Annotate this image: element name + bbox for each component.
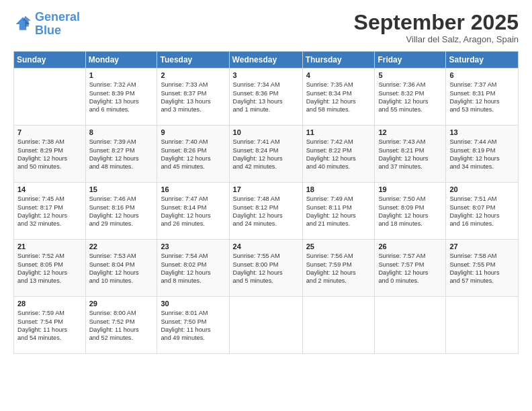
day-number: 14 xyxy=(17,185,82,193)
calendar-header-row: SundayMondayTuesdayWednesdayThursdayFrid… xyxy=(14,52,519,68)
day-number: 12 xyxy=(378,128,442,136)
calendar-cell: 15Sunrise: 7:46 AM Sunset: 8:16 PM Dayli… xyxy=(85,183,157,240)
logo-text: General Blue xyxy=(35,11,80,38)
calendar-week-row: 14Sunrise: 7:45 AM Sunset: 8:17 PM Dayli… xyxy=(14,183,519,240)
logo-line1: General xyxy=(35,10,80,24)
calendar-cell: 13Sunrise: 7:44 AM Sunset: 8:19 PM Dayli… xyxy=(446,126,519,183)
calendar-cell: 8Sunrise: 7:39 AM Sunset: 8:27 PM Daylig… xyxy=(85,126,157,183)
calendar-cell: 18Sunrise: 7:49 AM Sunset: 8:11 PM Dayli… xyxy=(302,183,375,240)
day-number: 3 xyxy=(233,71,299,79)
day-number: 8 xyxy=(89,128,154,136)
calendar-cell: 30Sunrise: 8:01 AM Sunset: 7:50 PM Dayli… xyxy=(157,297,229,354)
day-info: Sunrise: 7:33 AM Sunset: 8:37 PM Dayligh… xyxy=(161,81,225,114)
day-info: Sunrise: 7:57 AM Sunset: 7:57 PM Dayligh… xyxy=(378,252,442,285)
calendar-cell: 7Sunrise: 7:38 AM Sunset: 8:29 PM Daylig… xyxy=(14,126,86,183)
calendar-cell xyxy=(302,297,375,354)
day-info: Sunrise: 7:32 AM Sunset: 8:39 PM Dayligh… xyxy=(89,81,154,114)
day-info: Sunrise: 7:40 AM Sunset: 8:26 PM Dayligh… xyxy=(161,138,225,171)
day-number: 28 xyxy=(17,300,82,308)
header: General Blue September 2025 Villar del S… xyxy=(13,11,519,44)
weekday-header: Thursday xyxy=(302,52,375,68)
day-number: 20 xyxy=(449,185,515,193)
day-number: 29 xyxy=(89,300,154,308)
calendar-cell: 2Sunrise: 7:33 AM Sunset: 8:37 PM Daylig… xyxy=(157,68,229,126)
day-number: 27 xyxy=(449,242,515,250)
day-number: 26 xyxy=(378,242,442,250)
calendar-cell: 12Sunrise: 7:43 AM Sunset: 8:21 PM Dayli… xyxy=(375,126,446,183)
day-info: Sunrise: 7:48 AM Sunset: 8:12 PM Dayligh… xyxy=(233,195,299,228)
day-info: Sunrise: 7:58 AM Sunset: 7:55 PM Dayligh… xyxy=(449,252,515,285)
weekday-header: Tuesday xyxy=(157,52,229,68)
day-info: Sunrise: 7:39 AM Sunset: 8:27 PM Dayligh… xyxy=(89,138,154,171)
day-info: Sunrise: 7:45 AM Sunset: 8:17 PM Dayligh… xyxy=(17,195,82,228)
calendar-week-row: 1Sunrise: 7:32 AM Sunset: 8:39 PM Daylig… xyxy=(14,68,519,126)
day-number: 21 xyxy=(17,242,82,250)
day-info: Sunrise: 7:44 AM Sunset: 8:19 PM Dayligh… xyxy=(449,138,515,171)
day-info: Sunrise: 7:46 AM Sunset: 8:16 PM Dayligh… xyxy=(89,195,154,228)
calendar-cell: 3Sunrise: 7:34 AM Sunset: 8:36 PM Daylig… xyxy=(229,68,302,126)
day-info: Sunrise: 7:36 AM Sunset: 8:32 PM Dayligh… xyxy=(378,81,442,114)
calendar-table: SundayMondayTuesdayWednesdayThursdayFrid… xyxy=(13,51,519,354)
day-number: 9 xyxy=(161,128,225,136)
calendar-cell: 1Sunrise: 7:32 AM Sunset: 8:39 PM Daylig… xyxy=(85,68,157,126)
calendar-cell: 11Sunrise: 7:42 AM Sunset: 8:22 PM Dayli… xyxy=(302,126,375,183)
logo-line2: Blue xyxy=(35,24,61,37)
day-info: Sunrise: 7:35 AM Sunset: 8:34 PM Dayligh… xyxy=(306,81,371,114)
day-info: Sunrise: 7:49 AM Sunset: 8:11 PM Dayligh… xyxy=(306,195,371,228)
day-number: 18 xyxy=(306,185,371,193)
calendar-cell: 28Sunrise: 7:59 AM Sunset: 7:54 PM Dayli… xyxy=(14,297,86,354)
day-number: 23 xyxy=(161,242,225,250)
calendar-cell: 27Sunrise: 7:58 AM Sunset: 7:55 PM Dayli… xyxy=(446,240,519,297)
calendar-week-row: 28Sunrise: 7:59 AM Sunset: 7:54 PM Dayli… xyxy=(14,297,519,354)
day-info: Sunrise: 7:47 AM Sunset: 8:14 PM Dayligh… xyxy=(161,195,225,228)
day-number: 25 xyxy=(306,242,371,250)
calendar-week-row: 21Sunrise: 7:52 AM Sunset: 8:05 PM Dayli… xyxy=(14,240,519,297)
calendar-cell: 25Sunrise: 7:56 AM Sunset: 7:59 PM Dayli… xyxy=(302,240,375,297)
day-number: 30 xyxy=(161,300,225,308)
day-info: Sunrise: 7:50 AM Sunset: 8:09 PM Dayligh… xyxy=(378,195,442,228)
day-number: 6 xyxy=(449,71,515,79)
calendar-cell: 9Sunrise: 7:40 AM Sunset: 8:26 PM Daylig… xyxy=(157,126,229,183)
calendar-cell xyxy=(446,297,519,354)
calendar-cell: 24Sunrise: 7:55 AM Sunset: 8:00 PM Dayli… xyxy=(229,240,302,297)
calendar-cell xyxy=(375,297,446,354)
day-number: 16 xyxy=(161,185,225,193)
day-number: 5 xyxy=(378,71,442,79)
day-number: 1 xyxy=(89,71,154,79)
calendar-cell: 21Sunrise: 7:52 AM Sunset: 8:05 PM Dayli… xyxy=(14,240,86,297)
weekday-header: Sunday xyxy=(14,52,86,68)
calendar-cell: 17Sunrise: 7:48 AM Sunset: 8:12 PM Dayli… xyxy=(229,183,302,240)
day-info: Sunrise: 7:43 AM Sunset: 8:21 PM Dayligh… xyxy=(378,138,442,171)
calendar-cell: 6Sunrise: 7:37 AM Sunset: 8:31 PM Daylig… xyxy=(446,68,519,126)
logo-icon xyxy=(13,15,32,34)
day-number: 7 xyxy=(17,128,82,136)
calendar-cell: 19Sunrise: 7:50 AM Sunset: 8:09 PM Dayli… xyxy=(375,183,446,240)
day-info: Sunrise: 7:42 AM Sunset: 8:22 PM Dayligh… xyxy=(306,138,371,171)
calendar-cell: 4Sunrise: 7:35 AM Sunset: 8:34 PM Daylig… xyxy=(302,68,375,126)
location: Villar del Salz, Aragon, Spain xyxy=(354,34,519,44)
day-info: Sunrise: 7:51 AM Sunset: 8:07 PM Dayligh… xyxy=(449,195,515,228)
calendar-cell: 10Sunrise: 7:41 AM Sunset: 8:24 PM Dayli… xyxy=(229,126,302,183)
day-number: 17 xyxy=(233,185,299,193)
weekday-header: Monday xyxy=(85,52,157,68)
day-number: 19 xyxy=(378,185,442,193)
day-number: 13 xyxy=(449,128,515,136)
day-number: 2 xyxy=(161,71,225,79)
calendar-week-row: 7Sunrise: 7:38 AM Sunset: 8:29 PM Daylig… xyxy=(14,126,519,183)
day-number: 24 xyxy=(233,242,299,250)
calendar-cell: 26Sunrise: 7:57 AM Sunset: 7:57 PM Dayli… xyxy=(375,240,446,297)
calendar-cell xyxy=(229,297,302,354)
day-info: Sunrise: 7:55 AM Sunset: 8:00 PM Dayligh… xyxy=(233,252,299,285)
day-info: Sunrise: 7:52 AM Sunset: 8:05 PM Dayligh… xyxy=(17,252,82,285)
calendar-cell: 20Sunrise: 7:51 AM Sunset: 8:07 PM Dayli… xyxy=(446,183,519,240)
weekday-header: Friday xyxy=(375,52,446,68)
day-info: Sunrise: 7:37 AM Sunset: 8:31 PM Dayligh… xyxy=(449,81,515,114)
day-info: Sunrise: 8:01 AM Sunset: 7:50 PM Dayligh… xyxy=(161,309,225,342)
day-number: 4 xyxy=(306,71,371,79)
day-number: 22 xyxy=(89,242,154,250)
calendar-cell: 14Sunrise: 7:45 AM Sunset: 8:17 PM Dayli… xyxy=(14,183,86,240)
day-number: 15 xyxy=(89,185,154,193)
day-info: Sunrise: 7:34 AM Sunset: 8:36 PM Dayligh… xyxy=(233,81,299,114)
calendar-cell: 16Sunrise: 7:47 AM Sunset: 8:14 PM Dayli… xyxy=(157,183,229,240)
title-block: September 2025 Villar del Salz, Aragon, … xyxy=(354,11,519,44)
